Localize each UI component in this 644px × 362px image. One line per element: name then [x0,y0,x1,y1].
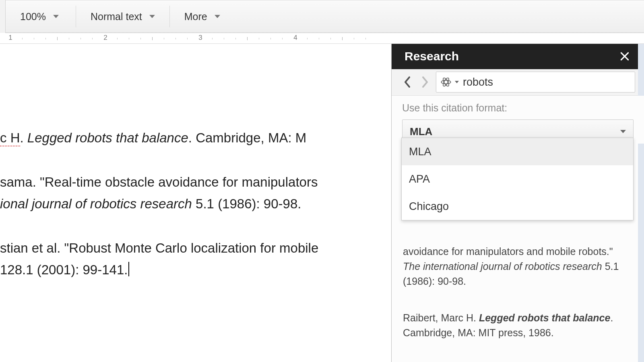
doc-line-1-suffix: . Cambridge, MA: M [188,130,306,145]
panel-scrollbar[interactable] [638,44,644,362]
doc-line-1-title: Legged robots that balance [27,130,188,145]
more-dropdown[interactable]: More [172,0,232,33]
research-results: avoidance for manipulators and mobile ro… [392,244,644,362]
close-icon [619,51,630,62]
more-label: More [184,11,207,23]
document-surface[interactable]: c H. Legged robots that balance. Cambrid… [0,44,391,362]
doc-line-4: stian et al. "Robust Monte Carlo localiz… [0,241,318,255]
ruler-mark-3: 3 [198,34,202,42]
nav-back-button[interactable] [400,72,414,92]
citation-format-options: MLA APA Chicago [401,138,634,220]
citation-section: Use this citation format: MLA MLA APA Ch… [392,96,644,144]
zoom-dropdown[interactable]: 100% [6,0,73,33]
main-area: c H. Legged robots that balance. Cambrid… [0,44,644,362]
chevron-left-icon [404,76,411,88]
chevron-down-icon [53,15,59,18]
nav-forward-button[interactable] [418,72,432,92]
doc-line-2: sama. "Real-time obstacle avoidance for … [0,175,318,189]
zoom-value: 100% [20,11,46,23]
chevron-down-icon [149,15,155,18]
paragraph-style-value: Normal text [91,11,142,23]
doc-line-3-suffix: 5.1 (1986): 90-98. [192,196,301,211]
paragraph-style-dropdown[interactable]: Normal text [78,0,167,33]
citation-option-apa[interactable]: APA [402,165,633,193]
search-value: robots [463,76,493,88]
doc-line-3-italic: ional journal of robotics research [0,196,192,211]
chevron-right-icon [421,76,429,88]
toolbar-separator [76,6,76,27]
citation-option-chicago[interactable]: Chicago [402,193,633,220]
research-result[interactable]: Raibert, Marc H. Legged robots that bala… [403,311,633,340]
chevron-down-icon [620,130,626,133]
toolbar-separator [169,6,170,27]
ruler-mark-1: 1 [8,34,12,42]
research-panel-title: Research [405,49,459,63]
citation-option-mla[interactable]: MLA [402,138,633,165]
doc-line-5: 128.1 (2001): 99-141. [0,262,128,277]
research-result[interactable]: avoidance for manipulators and mobile ro… [403,244,633,289]
research-search-row: robots [392,69,644,96]
toolbar: 100% Normal text More [0,0,644,33]
text-caret [128,262,129,276]
chevron-down-icon [455,81,459,83]
ruler-mark-2: 2 [103,34,107,42]
close-button[interactable] [617,49,632,64]
ruler[interactable]: 1 2 3 4 [0,33,644,44]
spelling-error[interactable]: c H [0,130,20,146]
research-search-input[interactable]: robots [436,72,635,93]
scholar-icon [440,76,452,88]
research-panel: Research robots Use this citation format… [391,44,644,362]
chevron-down-icon [215,15,220,18]
research-panel-header: Research [392,44,644,69]
citation-format-label: Use this citation format: [402,102,634,114]
toolbar-left-edge [0,0,6,33]
ruler-mark-4: 4 [293,34,297,42]
citation-format-selected: MLA [410,125,432,138]
svg-point-1 [441,80,450,84]
